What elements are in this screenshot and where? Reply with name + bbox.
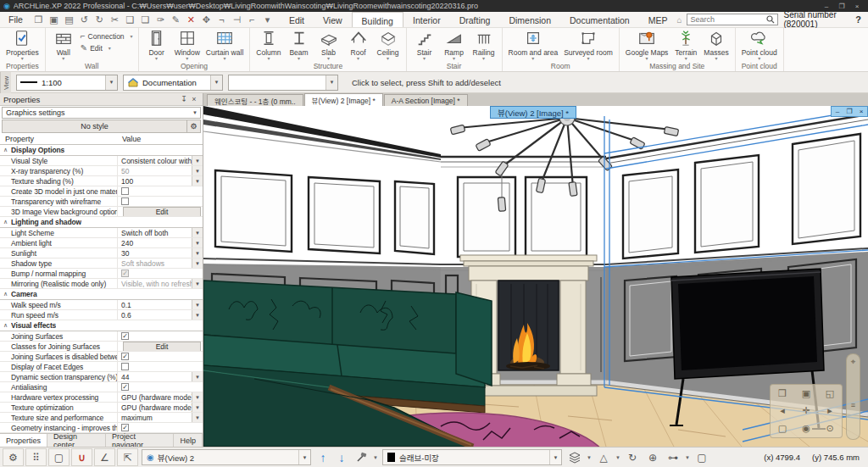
globe-icon[interactable]: ⊕ [643, 448, 663, 466]
north-arrow-icon[interactable]: △ [593, 448, 614, 466]
hammer-tool-icon[interactable] [351, 448, 371, 466]
pin-icon[interactable]: ↧ [179, 95, 189, 103]
segment-icon[interactable]: ⊶ [663, 448, 683, 466]
checkbox[interactable]: ✓ [121, 353, 129, 360]
ribbon-button-edit[interactable]: ✎Edit▾ [81, 43, 133, 53]
ribbon-button-ceiling[interactable]: Ceiling▾ [374, 29, 403, 61]
chevron-down-icon[interactable]: ▼ [192, 413, 203, 422]
document-tab-0[interactable]: 웨인스코팅 - - 1층 (0 mm.. [207, 94, 303, 106]
chevron-down-icon[interactable]: ▼ [683, 455, 692, 460]
paste-icon[interactable]: ❏ [140, 14, 151, 25]
menu-tab-mep[interactable]: MEP [639, 12, 677, 27]
chevron-down-icon[interactable]: ▼ [192, 279, 203, 288]
collapse-icon[interactable]: ∧ [0, 217, 11, 227]
ribbon-button-masses[interactable]: Masses▾ [701, 29, 731, 61]
mode-combo[interactable]: Documentation ▼ [123, 75, 223, 91]
eye-icon[interactable]: ⊙ [826, 423, 833, 434]
menu-tab-view[interactable]: View [314, 12, 352, 27]
chevron-down-icon[interactable]: ▼ [326, 75, 337, 90]
ribbon-button-wall[interactable]: Wall▾ [49, 29, 78, 61]
checkbox[interactable] [121, 187, 129, 195]
property-value-dropdown[interactable]: Switch off both▼ [117, 228, 203, 237]
collapse-icon[interactable]: ∧ [0, 145, 11, 155]
ribbon-button-railing[interactable]: Railing▾ [470, 29, 498, 61]
ribbon-button-google-maps[interactable]: Google Maps▾ [623, 29, 671, 61]
pencil-icon[interactable]: ✎ [170, 14, 181, 25]
slider-handle[interactable]: ≡ [851, 401, 855, 409]
pick-cursor-icon[interactable]: ⇱ [117, 448, 138, 466]
view-cube-icon[interactable]: ❒ [778, 388, 787, 399]
chevron-down-icon[interactable]: ▼ [192, 228, 203, 237]
brush-icon[interactable]: ✑ [155, 14, 166, 25]
scale-combo[interactable]: 1:100 ▼ [16, 75, 118, 91]
collapse-icon[interactable]: ∧ [0, 320, 11, 331]
chevron-down-icon[interactable]: ▼ [210, 75, 222, 90]
chevron-down-icon[interactable]: ▼ [192, 310, 203, 320]
gear-icon[interactable]: ⚙ [187, 120, 201, 133]
chevron-down-icon[interactable]: ▼ [192, 372, 203, 381]
rotate-left-icon[interactable]: ◂ [780, 405, 785, 416]
cut-icon[interactable]: ✂ [109, 14, 120, 25]
zoom-slider[interactable]: ⌖ ≡ [846, 353, 860, 440]
search-box[interactable] [687, 14, 778, 25]
settings-icon[interactable]: ⚙ [3, 448, 24, 466]
panel-close-icon[interactable]: × [189, 95, 199, 103]
selection-frame-icon[interactable]: ▢ [48, 448, 70, 466]
search-input[interactable] [690, 15, 766, 24]
chevron-down-icon[interactable]: ▼ [585, 455, 593, 460]
document-tab-2[interactable]: A-A Section [Image] * [384, 94, 468, 106]
magnet-icon[interactable]: ∪ [71, 448, 92, 466]
maximize-button[interactable]: ❐ [834, 3, 849, 10]
trim-icon[interactable]: ¬ [216, 14, 227, 25]
menu-tab-dimension[interactable]: Dimension [499, 12, 560, 27]
chevron-down-icon[interactable]: ▼ [192, 156, 203, 165]
ribbon-button-connection[interactable]: ⌐Connection▾ [81, 31, 133, 41]
collapse-icon[interactable]: ∧ [0, 289, 11, 299]
chevron-down-icon[interactable]: ▼ [192, 392, 203, 402]
chevron-down-icon[interactable]: ▼ [192, 259, 203, 268]
property-value-dropdown[interactable]: 44▼ [117, 372, 203, 381]
property-value-dropdown[interactable]: GPU (hardware mode) in 2...▼ [117, 403, 203, 412]
menu-tab-documentation[interactable]: Documentation [560, 12, 639, 27]
panel-tab-help[interactable]: Help [174, 434, 203, 447]
view-front-icon[interactable]: ▣ [802, 388, 810, 399]
property-value-dropdown[interactable]: Visible, with no refresh▼ [117, 279, 203, 288]
viewport-minimize-icon[interactable]: – [832, 108, 843, 115]
checkbox[interactable]: ✓ [121, 383, 129, 391]
rotate-view-icon[interactable]: ↻ [622, 448, 643, 466]
menu-tab-drafting[interactable]: Drafting [450, 12, 500, 27]
extend-icon[interactable]: ⊣ [231, 14, 242, 25]
ribbon-button-roof[interactable]: Roof▾ [344, 29, 373, 61]
walk-icon[interactable]: ▢ [778, 423, 787, 434]
style-category-combo[interactable]: Graphics settings▼ [2, 107, 201, 119]
file-menu[interactable]: File [0, 14, 31, 25]
ribbon-button-stair[interactable]: Stair▾ [410, 29, 439, 61]
chevron-down-icon[interactable]: ▼ [614, 455, 622, 460]
grid-icon[interactable]: ⠿ [25, 448, 47, 466]
checkbox[interactable] [121, 363, 129, 370]
viewport-restore-icon[interactable]: ❐ [843, 108, 855, 115]
ribbon-button-room-and-area[interactable]: Room and area▾ [506, 29, 561, 61]
chevron-down-icon[interactable]: ▼ [105, 75, 117, 90]
close-button[interactable]: × [849, 3, 865, 10]
view-corner-icon[interactable]: ◱ [826, 388, 834, 399]
edit-button[interactable]: Edit [123, 207, 201, 216]
document-tab-1[interactable]: 뷰(View) 2 [Image] * [304, 93, 383, 106]
undo-icon[interactable]: ↺ [79, 14, 90, 25]
property-value-dropdown[interactable]: 240▼ [117, 238, 203, 247]
floor-down-button[interactable]: ↓ [332, 448, 351, 466]
view-select-combo[interactable]: ◉ 뷰(View) 2 ▼ [142, 449, 311, 465]
view-side-tab[interactable]: View [0, 72, 11, 93]
edit-button[interactable]: Edit [123, 342, 201, 351]
menu-tab-interior[interactable]: Interior [403, 12, 450, 27]
panel-tab-design-center[interactable]: Design center [47, 434, 106, 447]
checkbox[interactable]: ✓ [121, 424, 129, 431]
property-value-dropdown[interactable]: Soft shadows▼ [117, 259, 203, 268]
ribbon-button-terrain[interactable]: Terrain▾ [671, 29, 700, 61]
home-icon[interactable]: ⌂ [676, 15, 682, 25]
offset-icon[interactable]: ⌐ [247, 14, 258, 25]
property-value-dropdown[interactable]: 0.1▼ [117, 300, 203, 309]
menu-tab-building[interactable]: Building [352, 12, 403, 27]
ribbon-button-window[interactable]: Window▾ [172, 29, 203, 61]
pan-icon[interactable]: ✛ [802, 405, 810, 416]
